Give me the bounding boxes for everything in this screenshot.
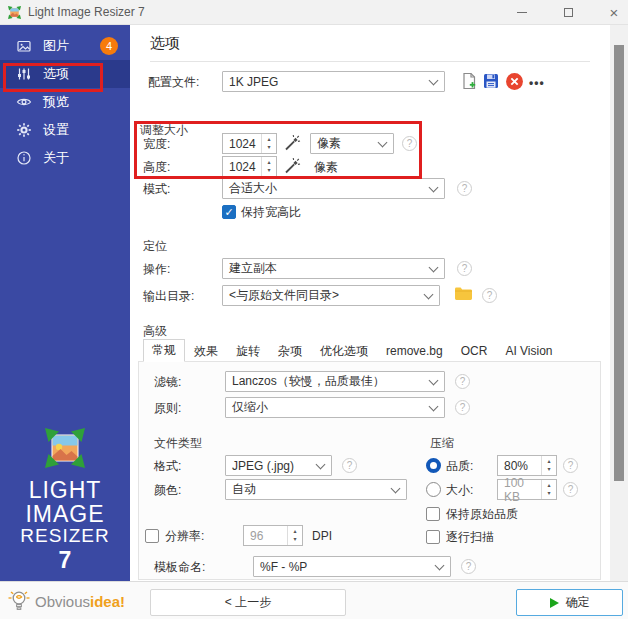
- width-unit-select[interactable]: 像素: [310, 133, 394, 154]
- stepper-arrows[interactable]: ▴ ▾: [261, 157, 276, 176]
- rule-label: 原则:: [154, 401, 181, 416]
- height-stepper[interactable]: 1024 ▴ ▾: [222, 156, 277, 177]
- quality-help-icon[interactable]: ?: [563, 458, 578, 473]
- size-help-icon[interactable]: ?: [563, 482, 578, 497]
- spin-down-icon[interactable]: ▾: [293, 536, 296, 543]
- size-stepper[interactable]: 100 KB ▴ ▾: [497, 479, 557, 500]
- spin-up-icon[interactable]: ▴: [547, 482, 550, 489]
- spin-up-icon[interactable]: ▴: [267, 136, 270, 143]
- tab-ocr[interactable]: OCR: [452, 340, 497, 362]
- output-dir-help-icon[interactable]: ?: [482, 288, 497, 303]
- sidebar-item-settings[interactable]: 设置: [0, 116, 130, 144]
- template-select[interactable]: %F - %P: [253, 556, 451, 577]
- width-magic-wand-icon[interactable]: [283, 134, 301, 155]
- stepper-arrows[interactable]: ▴ ▾: [541, 480, 556, 499]
- resolution-checkbox[interactable]: [145, 529, 159, 543]
- filter-help-icon[interactable]: ?: [455, 374, 470, 389]
- ok-button-label: 确定: [566, 594, 590, 611]
- color-select[interactable]: 自动: [225, 479, 407, 500]
- keep-ratio-label: 保持宽高比: [241, 205, 301, 220]
- spin-up-icon[interactable]: ▴: [267, 159, 270, 166]
- tab-ai-vision[interactable]: AI Vision: [496, 340, 561, 362]
- sidebar-item-preview[interactable]: 预览: [0, 88, 130, 116]
- spin-up-icon[interactable]: ▴: [293, 528, 296, 535]
- stepper-arrows[interactable]: ▴ ▾: [261, 134, 276, 153]
- keep-ratio-checkbox[interactable]: ✓: [222, 205, 236, 219]
- profile-select[interactable]: 1K JPEG: [222, 71, 445, 92]
- lightbulb-icon: [7, 588, 31, 614]
- mode-select[interactable]: 合适大小: [222, 178, 445, 199]
- height-unit-label: 像素: [314, 160, 338, 175]
- mode-help-icon[interactable]: ?: [457, 181, 472, 196]
- sidebar-item-options[interactable]: 选项: [0, 60, 130, 88]
- profile-label: 配置文件:: [148, 75, 199, 90]
- width-label: 宽度:: [143, 137, 170, 152]
- tab-removebg[interactable]: remove.bg: [377, 340, 452, 362]
- rule-help-icon[interactable]: ?: [455, 400, 470, 415]
- scrollbar-thumb[interactable]: [614, 45, 624, 481]
- chevron-down-icon: [316, 460, 326, 470]
- spin-down-icon[interactable]: ▾: [267, 167, 270, 174]
- window-title: Light Image Resizer 7: [28, 5, 145, 19]
- back-button[interactable]: < 上一步: [150, 589, 346, 616]
- format-label: 格式:: [154, 459, 181, 474]
- height-magic-wand-icon[interactable]: [283, 157, 301, 178]
- rule-select[interactable]: 仅缩小: [225, 397, 445, 418]
- chevron-down-icon: [424, 290, 434, 300]
- new-profile-button[interactable]: [460, 72, 478, 93]
- chevron-down-icon: [429, 263, 439, 273]
- sidebar-item-label: 设置: [43, 121, 69, 139]
- app-window: Light Image Resizer 7 × 图片 4: [0, 0, 628, 619]
- template-help-icon[interactable]: ?: [461, 559, 476, 574]
- action-value: 建立副本: [229, 260, 277, 277]
- save-profile-button[interactable]: [482, 72, 500, 93]
- width-help-icon[interactable]: ?: [402, 136, 417, 151]
- sidebar-item-about[interactable]: 关于: [0, 144, 130, 172]
- sidebar-item-images[interactable]: 图片 4: [0, 32, 130, 60]
- maximize-button[interactable]: [550, 0, 586, 24]
- filetype-section-title: 文件类型: [154, 436, 202, 451]
- template-label: 模板命名:: [154, 560, 205, 575]
- spin-up-icon[interactable]: ▴: [547, 458, 550, 465]
- output-dir-select[interactable]: <与原始文件同目录>: [222, 285, 440, 306]
- more-options-button[interactable]: •••: [529, 76, 545, 90]
- stepper-arrows[interactable]: ▴ ▾: [541, 456, 556, 475]
- browse-folder-button[interactable]: [454, 286, 472, 304]
- scrollbar[interactable]: [610, 25, 628, 581]
- sidebar-item-label: 预览: [43, 93, 69, 111]
- tab-rotate[interactable]: 旋转: [227, 340, 269, 362]
- logo-text-resizer: RESIZER: [20, 526, 109, 546]
- progressive-checkbox[interactable]: [426, 530, 440, 544]
- info-icon: [16, 150, 32, 166]
- spin-down-icon[interactable]: ▾: [547, 466, 550, 473]
- spin-down-icon[interactable]: ▾: [547, 490, 550, 497]
- height-value: 1024: [223, 157, 261, 176]
- chevron-down-icon: [429, 376, 439, 386]
- resolution-stepper[interactable]: 96 ▴ ▾: [243, 525, 303, 546]
- images-icon: [16, 38, 32, 54]
- close-button[interactable]: ×: [596, 0, 628, 24]
- quality-radio[interactable]: [426, 458, 441, 473]
- logo-text-seven: 7: [59, 547, 72, 574]
- ok-button[interactable]: 确定: [516, 589, 623, 616]
- tab-general[interactable]: 常规: [143, 339, 185, 362]
- keep-quality-checkbox[interactable]: [426, 507, 440, 521]
- action-select[interactable]: 建立副本: [222, 258, 445, 279]
- delete-profile-button[interactable]: [505, 72, 524, 94]
- stepper-arrows[interactable]: ▴ ▾: [287, 526, 302, 545]
- mode-value: 合适大小: [229, 180, 277, 197]
- format-help-icon[interactable]: ?: [342, 458, 357, 473]
- width-stepper[interactable]: 1024 ▴ ▾: [222, 133, 277, 154]
- filter-select[interactable]: Lanczos（较慢，品质最佳）: [225, 371, 445, 392]
- format-select[interactable]: JPEG (.jpg): [225, 455, 332, 476]
- quality-stepper[interactable]: 80% ▴ ▾: [497, 455, 557, 476]
- tab-effects[interactable]: 效果: [185, 340, 227, 362]
- minimize-button[interactable]: [504, 0, 540, 24]
- spin-down-icon[interactable]: ▾: [267, 144, 270, 151]
- tab-misc[interactable]: 杂项: [269, 340, 311, 362]
- size-radio[interactable]: [426, 482, 441, 497]
- output-dir-label: 输出目录:: [143, 289, 194, 304]
- tab-optimization[interactable]: 优化选项: [311, 340, 377, 362]
- action-help-icon[interactable]: ?: [457, 261, 472, 276]
- size-label: 大小:: [446, 483, 473, 498]
